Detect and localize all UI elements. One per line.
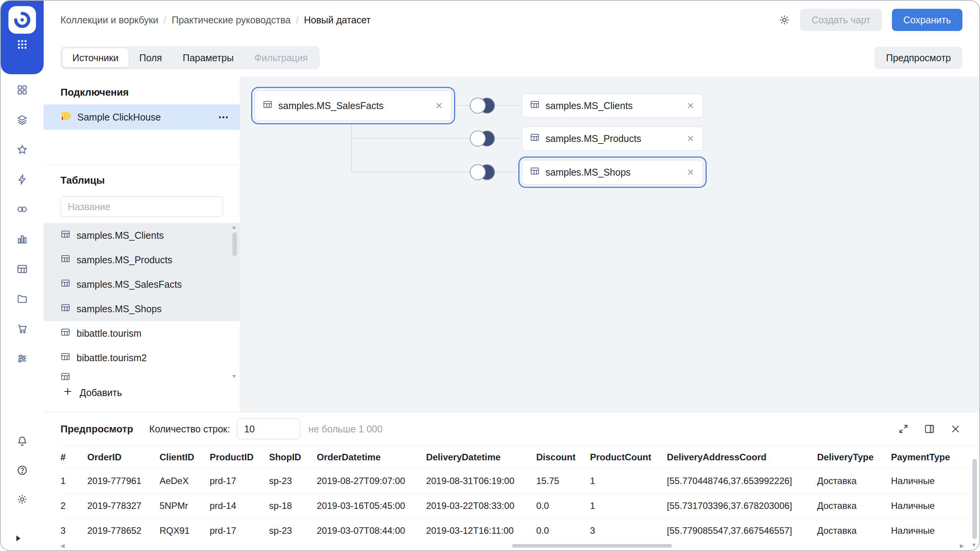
connections-heading: Подключения <box>60 86 240 98</box>
lightning-icon[interactable] <box>16 174 28 185</box>
canvas-node[interactable]: samples.MS_Clients <box>522 93 703 118</box>
rings-icon[interactable] <box>16 204 28 215</box>
preview-cell: Доставка <box>817 494 891 518</box>
table-list-item[interactable]: samples.MS_Clients <box>44 223 240 248</box>
table-name: samples.MS_Products <box>77 254 172 266</box>
table-icon[interactable] <box>16 263 28 275</box>
more-menu-icon[interactable] <box>217 112 229 122</box>
remove-node-icon[interactable] <box>686 101 695 110</box>
datalens-logo[interactable] <box>8 6 36 34</box>
breadcrumb-item[interactable]: Коллекции и воркбуки <box>60 15 158 26</box>
preview-column-header: ProductID <box>210 446 269 469</box>
left-rail <box>1 1 44 550</box>
bar-chart-icon[interactable] <box>16 233 28 245</box>
tables-scrollbar-thumb[interactable] <box>232 232 237 256</box>
split-icon[interactable] <box>924 424 935 434</box>
tab-item[interactable]: Фильтрация <box>244 48 318 67</box>
preview-table: #OrderIDClientIDProductIDShopIDOrderDate… <box>60 446 979 542</box>
hscroll-thumb[interactable] <box>512 544 672 548</box>
table-icon <box>60 303 70 315</box>
preview-cell: 15.75 <box>536 469 590 494</box>
preview-cell: 2019-03-16T05:45:00 <box>317 494 426 518</box>
folder-icon[interactable] <box>16 293 28 305</box>
add-table-button[interactable]: Добавить <box>60 386 124 399</box>
tabs-row: ИсточникиПоляПараметрыФильтрация Предпро… <box>44 39 979 77</box>
preview-cell: Доставка <box>817 469 891 494</box>
gear-icon[interactable] <box>779 14 790 26</box>
canvas-node-label: samples.MS_Shops <box>546 167 630 178</box>
table-icon <box>530 132 540 145</box>
preview-cell: 2019-777961 <box>87 469 160 494</box>
table-name: samples.MS_Shops <box>77 303 162 315</box>
table-search-input[interactable] <box>60 196 223 217</box>
table-list-item[interactable]: samples.MS_Shops <box>44 297 240 321</box>
preview-cell: 0.0 <box>536 494 590 518</box>
preview-cell: 3 <box>590 518 667 542</box>
scroll-right-icon[interactable]: ▶ <box>960 543 964 548</box>
canvas-node[interactable]: samples.MS_Shops <box>522 160 703 184</box>
expand-icon[interactable] <box>898 424 909 434</box>
canvas-root-node[interactable]: samples.MS_SalesFacts <box>255 90 452 121</box>
save-button[interactable]: Сохранить <box>892 9 962 31</box>
preview-vscrollbar-thumb[interactable] <box>972 459 977 539</box>
create-chart-button[interactable]: Создать чарт <box>800 9 882 31</box>
table-icon <box>60 327 70 339</box>
preview-cell: 2019-08-27T09:07:00 <box>317 469 426 494</box>
close-icon[interactable] <box>950 424 961 434</box>
help-icon[interactable] <box>16 465 28 476</box>
remove-node-icon[interactable] <box>686 134 695 143</box>
panel-divider <box>44 165 240 165</box>
rail-brand-area <box>1 1 44 74</box>
cart-icon[interactable] <box>16 323 28 334</box>
preview-toolbar <box>898 424 961 434</box>
tab-item[interactable]: Параметры <box>173 48 243 67</box>
plus-icon <box>63 386 73 399</box>
hscroll-track[interactable] <box>69 544 956 548</box>
preview-column-header: Discount <box>536 446 590 469</box>
table-name: bibattle.tourism <box>77 328 142 339</box>
breadcrumb-item[interactable]: Практические руководства <box>172 15 291 26</box>
breadcrumb-item[interactable]: Новый датасет <box>304 15 371 26</box>
rail-bottom-icons <box>1 435 44 505</box>
preview-cell: Наличные <box>891 518 980 542</box>
table-list-item-partial[interactable] <box>44 370 240 380</box>
canvas-node-label: samples.MS_Clients <box>546 100 633 111</box>
scroll-down-icon[interactable]: ▼ <box>231 373 237 379</box>
remove-node-icon[interactable] <box>686 168 695 177</box>
tab-item[interactable]: Поля <box>129 48 172 67</box>
preview-cell: 2019-778652 <box>87 518 160 542</box>
sliders-icon[interactable] <box>16 353 28 364</box>
preview-cell: [55.731703396,37.678203006] <box>667 494 817 518</box>
scroll-up-icon[interactable]: ▲ <box>231 224 237 230</box>
joins-canvas: samples.MS_SalesFacts samples.MS_Clients… <box>240 77 979 412</box>
table-list-item[interactable]: samples.MS_Products <box>44 248 240 272</box>
header-actions: Создать чарт Сохранить <box>779 9 962 31</box>
preview-button[interactable]: Предпросмотр <box>874 47 962 69</box>
apps-grid-icon[interactable] <box>14 38 30 51</box>
row-count-input[interactable] <box>237 419 300 439</box>
breadcrumb-separator: / <box>164 15 167 26</box>
bell-icon[interactable] <box>16 435 28 447</box>
preview-cell: 2 <box>60 494 87 518</box>
preview-cell: [55.770448746,37.653992226] <box>667 469 817 494</box>
table-list-item[interactable]: samples.MS_SalesFacts <box>44 272 240 297</box>
preview-cell: sp-23 <box>269 469 317 494</box>
preview-column-header: # <box>60 446 87 469</box>
preview-scroll-down-icon[interactable]: ▼ <box>971 542 977 548</box>
remove-node-icon[interactable] <box>434 101 444 110</box>
app-window: Коллекции и воркбуки/Практические руково… <box>0 0 980 551</box>
table-list-item[interactable]: bibattle.tourism <box>44 321 240 346</box>
layers-icon[interactable] <box>16 114 28 126</box>
tab-item[interactable]: Источники <box>62 48 129 67</box>
preview-column-header: OrderDatetime <box>317 446 426 469</box>
canvas-node[interactable]: samples.MS_Products <box>522 126 703 151</box>
preview-cell: prd-17 <box>210 469 269 494</box>
scroll-left-icon[interactable]: ◀ <box>60 543 65 548</box>
star-icon[interactable] <box>16 144 28 155</box>
canvas-node-label: samples.MS_Products <box>546 133 641 144</box>
gear-icon[interactable] <box>16 494 28 505</box>
connection-item[interactable]: Sample ClickHouse <box>44 104 240 130</box>
table-list-item[interactable]: bibattle.tourism2 <box>44 346 240 370</box>
play-icon[interactable] <box>11 533 25 545</box>
squares-icon[interactable] <box>16 84 28 96</box>
